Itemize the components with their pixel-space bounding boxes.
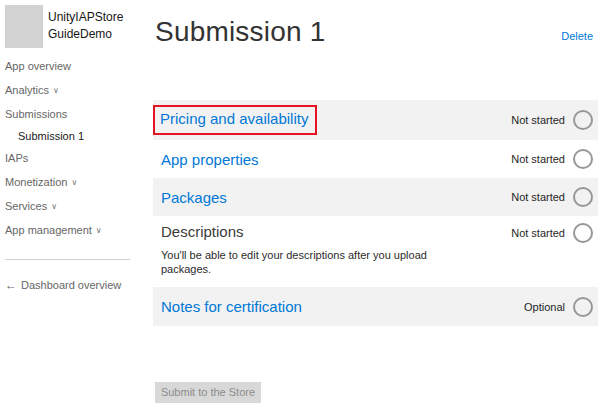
row-descriptions: Descriptions You'll be able to edit your… [153,216,598,287]
sidebar-item-app-management[interactable]: App management∨ [5,218,145,242]
notes-for-certification-link[interactable]: Notes for certification [161,298,302,315]
page-title: Submission 1 [155,16,325,48]
row-status: Not started [511,110,593,130]
app-icon [5,5,43,48]
row-pricing-and-availability: Pricing and availability Not started [153,100,598,140]
delete-button[interactable]: Delete [561,30,593,42]
app-name: UnityIAPStore GuideDemo [48,9,123,43]
pricing-and-availability-link[interactable]: Pricing and availability [160,110,308,127]
submission-page: UnityIAPStore GuideDemo App overview Ana… [0,0,600,406]
row-status: Not started [511,223,593,243]
sidebar-item-submissions[interactable]: Submissions [5,102,145,126]
sidebar-item-services[interactable]: Services∨ [5,194,145,218]
chevron-down-icon: ∨ [96,226,102,235]
status-label: Not started [511,191,565,203]
chevron-down-icon: ∨ [51,202,57,211]
app-name-line1: UnityIAPStore [48,10,123,24]
app-properties-link[interactable]: App properties [161,151,259,168]
main-content: Submission 1 Delete Pricing and availabi… [153,0,598,406]
sidebar-item-app-overview[interactable]: App overview [5,54,145,78]
row-notes-for-certification: Notes for certification Optional [153,287,598,326]
app-name-line2: GuideDemo [48,27,112,41]
status-circle-icon [573,297,593,317]
status-label: Not started [511,153,565,165]
sidebar-item-dashboard-overview[interactable]: ←Dashboard overview [5,278,121,292]
back-arrow-icon: ← [5,278,17,292]
status-circle-icon [573,110,593,130]
submit-to-store-button[interactable]: Submit to the Store [155,382,261,403]
submission-checklist: Pricing and availability Not started App… [153,100,598,326]
status-circle-icon [573,187,593,207]
sidebar-item-iaps[interactable]: IAPs [5,146,145,170]
row-packages: Packages Not started [153,178,598,216]
row-app-properties: App properties Not started [153,140,598,178]
sidebar-divider [5,259,130,260]
status-label: Not started [511,227,565,239]
sidebar-item-analytics[interactable]: Analytics∨ [5,78,145,102]
descriptions-block: Descriptions You'll be able to edit your… [161,223,433,276]
sidebar: UnityIAPStore GuideDemo App overview Ana… [0,0,150,406]
status-circle-icon [573,223,593,243]
packages-link[interactable]: Packages [161,189,227,206]
row-status: Optional [524,297,593,317]
sidebar-item-submission-1[interactable]: Submission 1 [18,126,145,146]
descriptions-note: You'll be able to edit your descriptions… [161,248,433,276]
status-label: Not started [511,114,565,126]
descriptions-heading: Descriptions [161,223,433,240]
status-circle-icon [573,149,593,169]
chevron-down-icon: ∨ [53,86,59,95]
status-label: Optional [524,301,565,313]
row-status: Not started [511,149,593,169]
sidebar-nav: App overview Analytics∨ Submissions Subm… [5,54,145,242]
chevron-down-icon: ∨ [71,178,77,187]
sidebar-item-monetization[interactable]: Monetization∨ [5,170,145,194]
red-highlight-box: Pricing and availability [153,105,317,135]
row-status: Not started [511,187,593,207]
